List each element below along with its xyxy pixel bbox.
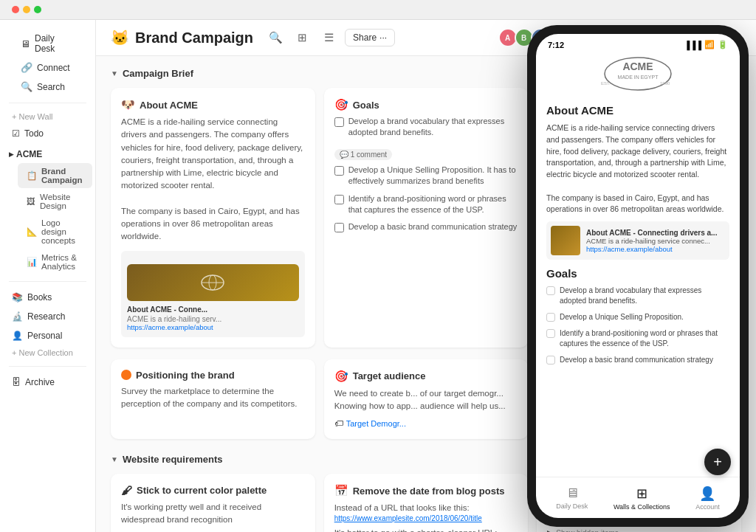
campaign-brief-row-2: Positioning the brand Survey the marketp… — [111, 359, 741, 440]
comment-badge[interactable]: 💬 1 comment — [334, 149, 392, 160]
sidebar-item-brand-campaign[interactable]: 📋 Brand Campaign — [18, 163, 92, 188]
website-requirements-header[interactable]: ▼ Website requirements — [111, 454, 741, 465]
sidebar-item-archive[interactable]: 🗄 Archive — [3, 373, 92, 391]
vision-bullet: • Well-defined, compelling, and consiste… — [547, 144, 731, 162]
sidebar-item-metrics[interactable]: 📊 Metrics & Analytics — [18, 249, 92, 274]
sidebar-item-logo-design[interactable]: 📐 Logo design concepts — [18, 215, 92, 249]
sidebar-divider — [9, 103, 86, 103]
about-acme-text: ACME is a ride-hailing service connectin… — [121, 116, 305, 243]
daily-desk-icon: 🖥 — [21, 38, 30, 49]
user-icon[interactable]: U — [713, 35, 729, 52]
sidebar: 🖥 Daily Desk 🔗 Connect 🔍 Search + New Wa… — [0, 20, 96, 532]
website-req-cards: 🖌 Stick to current color palette It's wo… — [111, 474, 741, 532]
cloud-icon[interactable]: ☁ — [676, 37, 687, 50]
bell-icon[interactable]: 🔔 — [693, 37, 707, 50]
page-title: Brand Campaign — [135, 30, 253, 46]
sidebar-divider-2 — [9, 281, 86, 282]
chevron-down-icon: ▼ — [111, 69, 118, 77]
view-button[interactable]: ☰ — [318, 27, 339, 48]
todo-icon: ☑ — [12, 128, 20, 139]
maximize-dot[interactable] — [34, 6, 41, 13]
close-dot[interactable] — [12, 6, 19, 13]
bullet-icon: • — [547, 144, 550, 153]
connect-icon: 🔗 — [21, 62, 32, 73]
new-collection-button[interactable]: + New Collection — [0, 345, 95, 360]
goal-item-2: Develop a Unique Selling Proposition. It… — [334, 165, 518, 187]
target-audience-card: 🎯 Target audience We need to create b...… — [324, 359, 529, 440]
empty-card-1: ...d consist of a aign that starts ed br… — [537, 359, 741, 440]
brand-campaign-icon: 📋 — [27, 170, 37, 181]
search-button[interactable]: 🔍 — [265, 27, 286, 48]
acme-group-label[interactable]: ▸ ACME — [0, 146, 95, 162]
list-item: ▶ Show hidden items — [547, 528, 731, 532]
website-design-icon: 🖼 — [27, 197, 35, 206]
share-button[interactable]: Share ··· — [345, 29, 395, 46]
goal-item-1: Develop a brand vocabulary that expresse… — [334, 116, 518, 139]
vision-card: 👁 The vision Energize and mobilize all o… — [537, 88, 741, 348]
window-chrome — [0, 0, 756, 20]
topbar: 🐱 Brand Campaign 🔍 ⊞ ☰ Share ··· A B C + — [96, 20, 756, 56]
sidebar-item-research[interactable]: 🔬 Research — [3, 308, 92, 325]
positioning-card: Positioning the brand Survey the marketp… — [111, 359, 315, 440]
about-acme-thumbnail — [127, 264, 299, 301]
filter-button[interactable]: ⊞ — [292, 27, 312, 48]
archive-icon: 🗄 — [12, 377, 21, 387]
blog-posts-card: 📅 Remove the date from blog posts Instea… — [324, 474, 529, 532]
page-emoji: 🐱 — [111, 29, 129, 46]
target-audience-tag: 🏷 Target Demogr... — [334, 418, 518, 429]
blog-url-long[interactable]: https://www.examplesite.com/2018/06/20/t… — [334, 514, 518, 522]
research-icon: 🔬 — [12, 311, 23, 322]
minimize-dot[interactable] — [23, 6, 30, 13]
goals-title: 🎯 Goals — [334, 98, 518, 111]
blog-posts-title: 📅 Remove the date from blog posts — [334, 484, 518, 497]
content-area: ▼ Campaign Brief 🐶 About ACME ACME is a … — [96, 56, 756, 532]
campaign-brief-cards: 🐶 About ACME ACME is a ride-hailing serv… — [111, 88, 741, 348]
about-acme-link[interactable]: About ACME - Conne... ACME is a ride-hai… — [121, 251, 305, 337]
comment-icon[interactable]: 💬 — [566, 28, 585, 47]
sidebar-divider-3 — [9, 366, 86, 367]
campaign-brief-section-header[interactable]: ▼ Campaign Brief — [111, 68, 741, 79]
color-palette-card: 🖌 Stick to current color palette It's wo… — [111, 474, 315, 532]
group-expand-icon: ▸ — [9, 149, 13, 159]
about-acme-card: 🐶 About ACME ACME is a ride-hailing serv… — [111, 88, 315, 348]
list-item: Only X days left — [557, 517, 731, 526]
more-icon: ··· — [379, 32, 387, 43]
color-palette-title: 🖌 Stick to current color palette — [121, 484, 305, 497]
sidebar-item-books[interactable]: 📚 Books — [3, 289, 92, 306]
vision-title: 👁 The vision — [547, 98, 731, 111]
sidebar-item-personal[interactable]: 👤 Personal — [3, 327, 92, 345]
sidebar-item-connect[interactable]: 🔗 Connect — [12, 58, 83, 77]
target-audience-title: 🎯 Target audience — [334, 370, 518, 383]
add-avatar-button[interactable]: + — [547, 28, 566, 47]
search-icon: 🔍 — [21, 81, 32, 92]
chevron-down-icon-2: ▼ — [111, 455, 118, 463]
call-to-action-title: 📢 Call to action s... — [547, 484, 731, 497]
goal-item-3: Identify a brand-positioning word or phr… — [334, 193, 518, 216]
logo-design-icon: 📐 — [27, 227, 37, 237]
about-acme-title: 🐶 About ACME — [121, 98, 305, 111]
call-to-action-card: 📢 Call to action s... We need to create … — [537, 474, 741, 532]
call-to-action-list: Only X days left ▶ Show hidden items Tod… — [547, 517, 731, 532]
books-icon: 📚 — [12, 292, 23, 303]
main-content: 🐱 Brand Campaign 🔍 ⊞ ☰ Share ··· A B C + — [96, 20, 756, 532]
corner-icons: ☁ 🔔 U — [676, 35, 729, 52]
sidebar-item-website-design[interactable]: 🖼 Website Design — [18, 189, 92, 214]
goals-card: 🎯 Goals Develop a brand vocabulary that … — [324, 88, 529, 348]
sidebar-item-search[interactable]: 🔍 Search — [12, 77, 83, 96]
metrics-icon: 📊 — [27, 257, 37, 267]
goal-item-4: Develop a basic brand communication stra… — [334, 221, 518, 232]
acme-group: ▸ ACME 📋 Brand Campaign 🖼 Website Design… — [0, 146, 95, 275]
new-wall-button[interactable]: + New Wall — [0, 109, 95, 124]
sidebar-item-todo[interactable]: ☑ Todo — [3, 125, 92, 142]
sidebar-item-daily-desk[interactable]: 🖥 Daily Desk — [12, 30, 83, 58]
positioning-title: Positioning the brand — [121, 370, 305, 381]
personal-icon: 👤 — [12, 331, 23, 341]
collaborator-avatars: A B C + 💬 — [498, 28, 585, 47]
